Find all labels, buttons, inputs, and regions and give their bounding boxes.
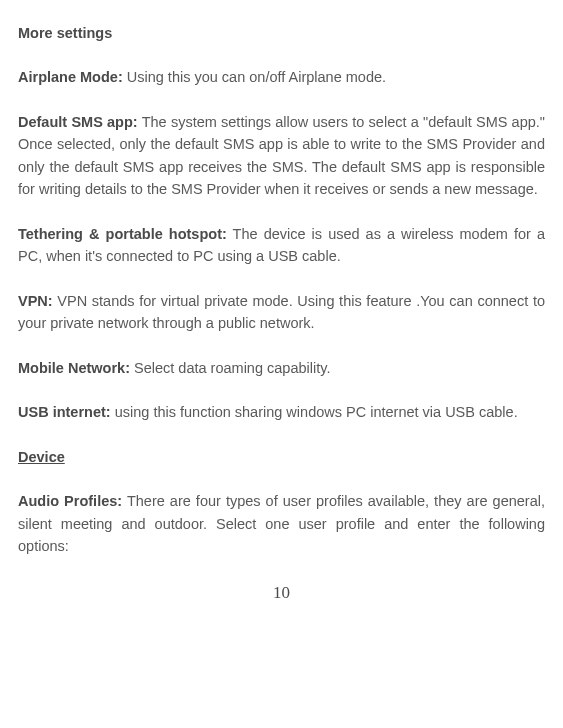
default-sms-label: Default SMS app: xyxy=(18,114,138,130)
audio-profiles-paragraph: Audio Profiles: There are four types of … xyxy=(18,490,545,557)
vpn-text: VPN stands for virtual private mode. Usi… xyxy=(18,293,545,331)
airplane-mode-paragraph: Airplane Mode: Using this you can on/off… xyxy=(18,66,545,88)
mobile-network-paragraph: Mobile Network: Select data roaming capa… xyxy=(18,357,545,379)
vpn-label: VPN: xyxy=(18,293,53,309)
airplane-mode-text: Using this you can on/off Airplane mode. xyxy=(123,69,386,85)
vpn-paragraph: VPN: VPN stands for virtual private mode… xyxy=(18,290,545,335)
tethering-paragraph: Tethering & portable hotspot: The device… xyxy=(18,223,545,268)
default-sms-paragraph: Default SMS app: The system settings all… xyxy=(18,111,545,201)
more-settings-heading: More settings xyxy=(18,22,545,44)
mobile-network-text: Select data roaming capability. xyxy=(130,360,330,376)
usb-internet-paragraph: USB internet: using this function sharin… xyxy=(18,401,545,423)
tethering-label: Tethering & portable hotspot: xyxy=(18,226,227,242)
airplane-mode-label: Airplane Mode: xyxy=(18,69,123,85)
mobile-network-label: Mobile Network: xyxy=(18,360,130,376)
audio-profiles-label: Audio Profiles: xyxy=(18,493,122,509)
usb-internet-text: using this function sharing windows PC i… xyxy=(111,404,518,420)
page-number: 10 xyxy=(18,580,545,606)
usb-internet-label: USB internet: xyxy=(18,404,111,420)
device-heading: Device xyxy=(18,446,545,468)
